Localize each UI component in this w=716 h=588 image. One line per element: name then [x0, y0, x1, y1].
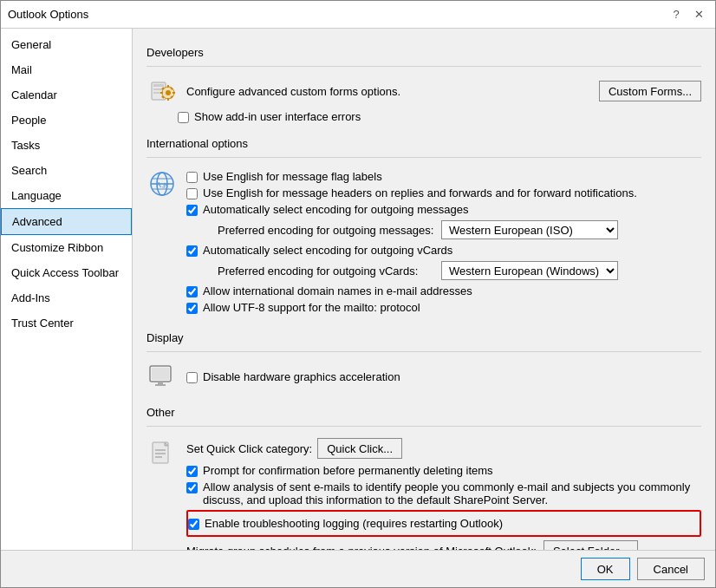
- show-addin-errors-row: Show add-in user interface errors: [178, 110, 701, 123]
- custom-forms-button[interactable]: Custom Forms...: [599, 81, 701, 101]
- pref-encoding-outgoing-select[interactable]: Western European (ISO) Unicode (UTF-8) W…: [441, 220, 618, 239]
- svg-rect-9: [172, 92, 175, 94]
- sidebar-item-trust-center[interactable]: Trust Center: [1, 310, 132, 336]
- use-english-flags-label: Use English for message flag labels: [203, 170, 382, 183]
- pref-encoding-outgoing-label: Preferred encoding for outgoing messages…: [218, 224, 434, 237]
- developers-section: Developers: [146, 46, 701, 123]
- svg-rect-28: [155, 456, 162, 458]
- developers-title: Developers: [146, 46, 701, 61]
- allow-intl-domain-checkbox[interactable]: [186, 286, 198, 297]
- allow-analysis-checkbox[interactable]: [186, 482, 198, 493]
- international-title: International options: [146, 137, 701, 152]
- international-section: International options A あ: [146, 137, 701, 317]
- allow-utf8-label: Allow UTF-8 support for the mailto: prot…: [203, 301, 420, 314]
- content-scroll: Developers: [133, 29, 715, 550]
- sidebar-item-tasks[interactable]: Tasks: [1, 133, 132, 158]
- svg-text:あ: あ: [162, 182, 168, 189]
- sidebar-item-calendar[interactable]: Calendar: [1, 82, 132, 108]
- outlook-options-dialog: Outlook Options ? ✕ General Mail Calenda…: [0, 0, 716, 588]
- allow-intl-domain-label: Allow international domain names in e-ma…: [203, 284, 472, 297]
- use-english-headers-checkbox[interactable]: [186, 188, 198, 199]
- allow-analysis-row: Allow analysis of sent e-mails to identi…: [186, 480, 701, 506]
- sidebar-item-mail[interactable]: Mail: [1, 57, 132, 82]
- svg-rect-27: [155, 453, 166, 454]
- sidebar: General Mail Calendar People Tasks Searc…: [1, 29, 133, 550]
- svg-rect-26: [155, 449, 166, 451]
- svg-text:A: A: [156, 180, 162, 189]
- other-icon: [146, 439, 178, 470]
- pref-encoding-vcards-row: Preferred encoding for outgoing vCards: …: [218, 261, 701, 280]
- svg-rect-1: [153, 84, 164, 87]
- international-divider: [146, 157, 701, 158]
- svg-rect-8: [160, 92, 163, 94]
- sidebar-item-language[interactable]: Language: [1, 183, 132, 208]
- svg-rect-6: [167, 85, 169, 88]
- ok-button[interactable]: OK: [581, 558, 630, 580]
- allow-intl-domain-row: Allow international domain names in e-ma…: [186, 284, 701, 297]
- prompt-confirm-row: Prompt for confirmation before permanent…: [186, 464, 701, 477]
- configure-text: Configure advanced custom forms options.: [186, 85, 400, 98]
- auto-select-encoding-label: Automatically select encoding for outgoi…: [203, 203, 468, 216]
- quick-click-row: Set Quick Click category: Quick Click...: [186, 438, 701, 459]
- svg-rect-24: [155, 384, 166, 386]
- sidebar-item-general[interactable]: General: [1, 32, 132, 57]
- developers-left: Configure advanced custom forms options.: [146, 75, 400, 107]
- disable-hardware-row: Disable hardware graphics acceleration: [186, 370, 400, 383]
- pref-encoding-vcards-label: Preferred encoding for outgoing vCards:: [218, 265, 434, 278]
- sidebar-item-quick-access[interactable]: Quick Access Toolbar: [1, 260, 132, 285]
- select-folder-button[interactable]: Select Folder...: [544, 540, 638, 550]
- titlebar: Outlook Options ? ✕: [1, 1, 715, 29]
- allow-utf8-row: Allow UTF-8 support for the mailto: prot…: [186, 301, 701, 314]
- pref-encoding-vcards-select[interactable]: Western European (Windows) Unicode (UTF-…: [441, 261, 618, 280]
- allow-utf8-checkbox[interactable]: [186, 303, 198, 314]
- auto-select-vcards-checkbox[interactable]: [186, 245, 198, 257]
- auto-select-encoding-row: Automatically select encoding for outgoi…: [186, 203, 701, 216]
- sidebar-item-advanced[interactable]: Advanced: [1, 208, 132, 235]
- use-english-headers-label: Use English for message headers on repli…: [203, 186, 637, 199]
- other-divider: [146, 426, 701, 427]
- cancel-button[interactable]: Cancel: [637, 558, 705, 580]
- sidebar-item-add-ins[interactable]: Add-Ins: [1, 285, 132, 310]
- sidebar-item-search[interactable]: Search: [1, 158, 132, 183]
- show-addin-errors-label: Show add-in user interface errors: [194, 110, 361, 123]
- dialog-footer: OK Cancel: [1, 550, 715, 587]
- quick-click-button[interactable]: Quick Click...: [317, 438, 402, 459]
- enable-troubleshooting-checkbox[interactable]: [188, 519, 199, 530]
- svg-point-5: [166, 90, 171, 95]
- show-addin-errors-checkbox[interactable]: [178, 112, 189, 123]
- document-icon: [146, 439, 178, 470]
- display-divider: [146, 351, 701, 352]
- auto-select-vcards-row: Automatically select encoding for outgoi…: [186, 244, 701, 257]
- prompt-confirm-checkbox[interactable]: [186, 466, 198, 477]
- migrate-row: Migrate group schedules from a previous …: [186, 540, 701, 550]
- developers-icon: [146, 75, 178, 107]
- auto-select-encoding-checkbox[interactable]: [186, 205, 198, 216]
- svg-rect-23: [158, 382, 163, 384]
- titlebar-controls: ? ✕: [667, 5, 708, 24]
- international-icon: A あ: [146, 168, 178, 199]
- disable-hardware-checkbox[interactable]: [186, 372, 198, 383]
- enable-troubleshooting-label: Enable troubleshooting logging (requires…: [205, 517, 503, 530]
- language-icon: A あ: [146, 168, 178, 199]
- disable-hardware-label: Disable hardware graphics acceleration: [203, 370, 400, 383]
- close-button[interactable]: ✕: [689, 5, 708, 24]
- dialog-title: Outlook Options: [8, 8, 88, 21]
- enable-troubleshooting-row: Enable troubleshooting logging (requires…: [188, 517, 700, 530]
- use-english-flags-checkbox[interactable]: [186, 172, 198, 183]
- svg-rect-7: [167, 98, 169, 101]
- prompt-confirm-label: Prompt for confirmation before permanent…: [203, 464, 493, 477]
- allow-analysis-label: Allow analysis of sent e-mails to identi…: [203, 480, 701, 506]
- sidebar-item-customize-ribbon[interactable]: Customize Ribbon: [1, 235, 132, 260]
- other-options-list: Set Quick Click category: Quick Click...…: [186, 435, 701, 550]
- migrate-label: Migrate group schedules from a previous …: [186, 545, 537, 551]
- auto-select-vcards-label: Automatically select encoding for outgoi…: [203, 244, 452, 257]
- content-wrapper: Developers: [133, 29, 715, 550]
- use-english-flags-row: Use English for message flag labels: [186, 170, 701, 183]
- developers-divider: [146, 66, 701, 67]
- display-title: Display: [146, 331, 701, 346]
- sidebar-item-people[interactable]: People: [1, 108, 132, 133]
- international-options-list: Use English for message flag labels Use …: [186, 167, 701, 317]
- pref-encoding-outgoing-row: Preferred encoding for outgoing messages…: [218, 220, 701, 239]
- display-section: Display Disa: [146, 331, 701, 392]
- help-button[interactable]: ?: [667, 5, 686, 24]
